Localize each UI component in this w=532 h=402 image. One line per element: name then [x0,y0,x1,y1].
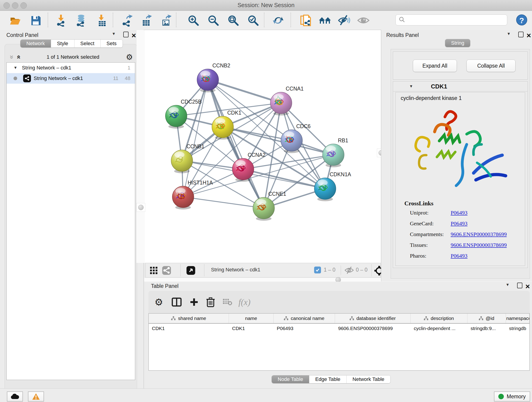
cell-shared-name[interactable]: CDK1 [149,324,229,333]
column-header-database-identifier[interactable]: database identifier [335,313,411,323]
zoom-out-icon[interactable] [207,14,220,27]
network-node-ccna1[interactable] [270,92,292,115]
network-node-ccne1[interactable] [253,197,274,221]
cell-namespace[interactable]: stringdb [506,324,530,333]
cell-canonical-name[interactable]: P06493 [273,324,335,333]
footer-separator [180,264,181,276]
crosslink-uniprot-link[interactable]: P06493 [451,210,467,216]
window-title: Session: New Session [0,2,532,8]
import-table-icon[interactable] [96,14,109,27]
tab-select[interactable]: Select [75,40,101,47]
export-table-icon[interactable] [140,14,153,27]
tab-edge-table[interactable]: Edge Table [309,375,347,383]
warning-status-button[interactable] [28,391,44,402]
control-panel-close-icon[interactable]: × [132,33,136,39]
collapse-all-button[interactable]: Collapse All [467,60,515,72]
network-collection-row[interactable]: ▼ String Network – cdk1 1 [7,63,135,73]
expand-all-button[interactable]: Expand All [413,60,457,72]
save-session-icon[interactable] [29,14,42,27]
network-node-cdc6[interactable] [281,130,302,153]
hide-selected-icon[interactable] [338,14,351,27]
left-splitter-handle[interactable] [137,203,145,212]
cloud-status-button[interactable] [7,391,23,402]
toolbar-separator [264,13,264,27]
node-result-header[interactable]: ▼ CDK1 [393,82,527,91]
crosslink-genecard-link[interactable]: P06493 [451,220,467,227]
show-column-icon[interactable] [171,296,183,308]
network-edge[interactable] [243,169,325,189]
results-panel-float-icon[interactable] [518,32,524,38]
network-edge[interactable] [208,80,264,208]
cell--id[interactable]: stringdb:9... [467,324,506,333]
delete-column-icon[interactable] [204,296,217,308]
network-node-cdkn1a[interactable] [314,178,336,201]
column-header-name[interactable]: name [229,313,273,323]
table-panel-menu-icon[interactable]: ▼ [506,283,510,287]
tab-sets[interactable]: Sets [101,40,123,47]
left-splitter[interactable] [137,30,145,263]
network-options-gear-icon[interactable]: ⚙ [126,52,133,62]
cell-database-identifier[interactable]: 9606.ENSP00000378699 [335,324,411,333]
export-image-icon[interactable] [160,14,173,27]
selected-nodes-checkbox[interactable] [314,267,321,274]
column-header-description[interactable]: description [411,313,467,323]
network-node-hist1h1a[interactable] [172,186,194,210]
control-panel-tabs: Network Style Select Sets [20,39,123,48]
zoom-selected-icon[interactable] [247,14,260,27]
import-network-from-file-icon[interactable] [56,14,68,27]
open-session-icon[interactable] [9,14,22,27]
apply-preferred-layout-icon[interactable] [272,14,285,27]
result-expander-icon[interactable]: ▼ [409,84,413,89]
node-result-body: cyclin-dependent kinase 1 [395,92,525,266]
network-node-rb1[interactable] [323,144,344,167]
network-node-ccnb1[interactable] [171,150,193,173]
control-panel-float-icon[interactable] [123,32,128,38]
tab-string[interactable]: String [445,39,470,47]
table-panel-close-icon[interactable]: × [525,284,530,290]
collapse-all-networks-icon[interactable]: « [7,55,15,59]
function-builder-icon[interactable]: f(x) [238,296,251,308]
cell-description[interactable]: cyclin-dependent ... [411,324,467,333]
tab-network[interactable]: Network [20,40,51,47]
network-edge[interactable] [208,80,281,103]
table-settings-gear-icon[interactable]: ⚙ [152,296,165,308]
control-panel-menu-icon[interactable]: ▼ [112,32,116,36]
results-panel-menu-icon[interactable]: ▼ [507,32,511,36]
crosslink-tissues-link[interactable]: 9606.ENSP00000378699 [451,242,507,248]
results-panel-close-icon[interactable]: × [526,33,531,39]
table-panel-float-icon[interactable] [517,283,522,289]
network-row-selected[interactable]: String Network – cdk1 11 48 [7,73,135,84]
search-input[interactable] [407,17,507,23]
zoom-fit-icon[interactable] [227,14,240,27]
node-label-ccne1: CCNE1 [268,191,286,197]
export-network-icon[interactable] [121,14,134,27]
tree-expander-icon[interactable]: ▼ [13,65,17,70]
delete-table-icon[interactable] [221,296,234,308]
crosslink-compartments-link[interactable]: 9606.ENSP00000378699 [451,231,507,237]
network-share-icon[interactable] [162,266,171,276]
crosslink-pharos-link[interactable]: P06493 [451,253,467,259]
cell-name[interactable]: CDK1 [229,324,273,333]
zoom-in-icon[interactable] [187,14,200,27]
network-node-cdc25b[interactable] [165,105,187,128]
help-button[interactable]: ? [516,14,527,26]
create-column-icon[interactable] [188,296,200,308]
column-header-namespace[interactable]: namespace [506,313,530,323]
network-canvas[interactable]: CCNB2CCNA1CDC25BCDK1CDC6RB1CCNB1CCNA2CDK… [145,30,381,263]
column-header-shared-name[interactable]: shared name [149,313,229,323]
network-edge[interactable] [183,197,264,208]
tab-style[interactable]: Style [51,40,75,47]
import-network-from-database-icon[interactable] [75,14,88,27]
birds-eye-view-icon[interactable] [186,266,196,276]
column-header--id[interactable]: @id [467,313,506,323]
memory-button[interactable]: Memory [494,391,530,402]
tab-node-table[interactable]: Node Table [272,375,309,383]
first-neighbors-icon[interactable] [318,14,331,27]
tab-network-table[interactable]: Network Table [347,375,390,383]
grid-view-icon[interactable] [150,266,158,275]
show-all-icon[interactable] [357,14,370,27]
column-header-canonical-name[interactable]: canonical name [273,313,335,323]
table-row[interactable]: CDK1CDK1P064939606.ENSP00000378699cyclin… [149,324,530,333]
new-network-from-selection-icon[interactable] [299,14,312,27]
expand-all-networks-icon[interactable]: » [14,55,22,59]
